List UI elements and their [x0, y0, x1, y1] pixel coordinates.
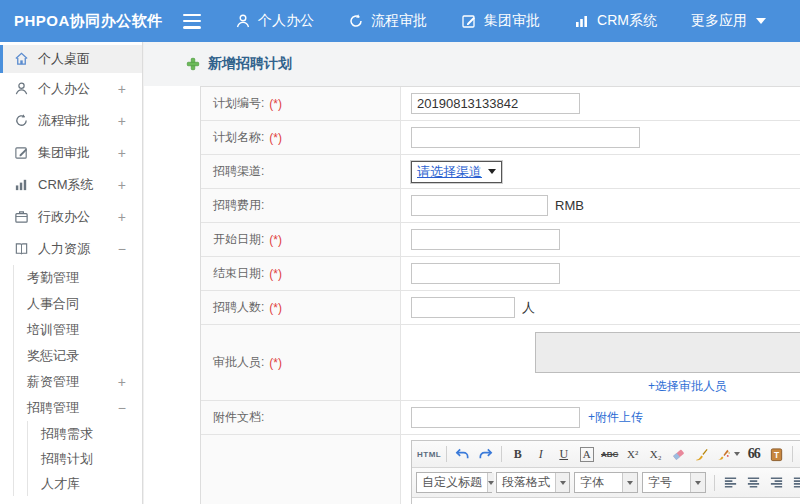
expand-icon[interactable]: +	[118, 81, 126, 97]
field-label: 计划名称: (*)	[201, 121, 401, 154]
sidebar-item-hr[interactable]: 人力资源 −	[0, 233, 142, 265]
sidebar-item-workflow-approval[interactable]: 流程审批 +	[0, 105, 142, 137]
expand-icon[interactable]: +	[118, 177, 126, 193]
field-label: 招聘人数: (*)	[201, 291, 401, 324]
auto-typeset-icon[interactable]	[714, 444, 741, 465]
field-label: 开始日期: (*)	[201, 223, 401, 256]
app-logo[interactable]: PHPOA协同办公软件	[0, 12, 169, 31]
font-family-select[interactable]: 字体	[574, 472, 638, 493]
align-left-icon[interactable]	[720, 472, 741, 493]
sidebar-item-reward-punish[interactable]: 奖惩记录	[14, 343, 142, 369]
plan-number-input[interactable]	[411, 93, 580, 114]
expand-icon[interactable]: +	[118, 113, 126, 129]
topnav-personal-office[interactable]: 个人办公	[235, 12, 314, 30]
sidebar-item-recruit-plan[interactable]: 招聘计划	[28, 446, 142, 471]
align-justify-icon[interactable]	[789, 472, 800, 493]
caret-down-icon	[555, 473, 569, 492]
format-painter-icon[interactable]	[691, 444, 712, 465]
attachment-upload-link[interactable]: +附件上传	[588, 409, 643, 426]
sidebar-item-attendance[interactable]: 考勤管理	[14, 265, 142, 291]
editor-content-area[interactable]	[412, 498, 800, 504]
label-text: 招聘人数:	[213, 299, 264, 316]
topnav-group-approval[interactable]: 集团审批	[461, 12, 540, 30]
user-icon	[14, 81, 30, 97]
sidebar-item-label: 行政办公	[38, 208, 90, 226]
sidebar-item-personal-office[interactable]: 个人办公 +	[0, 73, 142, 105]
align-right-icon[interactable]	[766, 472, 787, 493]
font-size-select[interactable]: 字号	[642, 472, 706, 493]
combo-value: 自定义标题	[417, 474, 487, 491]
hamburger-icon[interactable]	[183, 14, 201, 29]
field-value	[401, 87, 800, 120]
form-row: 开始日期: (*)	[201, 223, 800, 257]
field-value: 请选择渠道	[401, 155, 800, 188]
richtext-editor: HTML B I U A	[411, 440, 800, 504]
add-plus-icon	[186, 57, 200, 71]
plan-name-input[interactable]	[411, 127, 640, 148]
form-row: 附件文档: +附件上传	[201, 401, 800, 435]
recruit-plan-form: 计划编号: (*) 计划名称: (*) 招聘渠道:	[200, 86, 800, 504]
custom-title-select[interactable]: 自定义标题	[416, 472, 492, 493]
sidebar-item-recruit-mgmt[interactable]: 招聘管理 −	[14, 395, 142, 421]
headcount-input[interactable]	[411, 297, 515, 318]
underline-button[interactable]: U	[553, 444, 574, 465]
redo-icon[interactable]	[475, 444, 496, 465]
topnav-more-apps[interactable]: 更多应用	[691, 12, 766, 30]
sidebar-item-hr-contract[interactable]: 人事合同	[14, 291, 142, 317]
process-loop-icon	[348, 13, 364, 29]
field-label: 结束日期: (*)	[201, 257, 401, 290]
recruit-cost-input[interactable]	[411, 195, 548, 216]
undo-icon[interactable]	[452, 444, 473, 465]
field-value: +选择审批人员	[401, 325, 800, 400]
paragraph-format-select[interactable]: 段落格式	[496, 472, 570, 493]
font-border-button[interactable]: A	[580, 447, 594, 462]
blockquote-button[interactable]: 66	[743, 444, 764, 465]
unit-suffix: 人	[522, 299, 535, 317]
channel-select[interactable]: 请选择渠道	[411, 161, 502, 183]
field-value: 人	[401, 291, 800, 324]
sidebar-item-group-approval[interactable]: 集团审批 +	[0, 137, 142, 169]
superscript-button[interactable]: X²	[622, 444, 643, 465]
italic-button[interactable]: I	[530, 444, 551, 465]
sidebar-item-recruit-demand[interactable]: 招聘需求	[28, 421, 142, 446]
field-label	[201, 435, 401, 504]
sidebar: 个人桌面 个人办公 + 流程审批 + 集团审批 +	[0, 42, 143, 504]
field-value	[401, 223, 800, 256]
toolbar-divider	[792, 446, 793, 462]
sidebar-item-salary[interactable]: 薪资管理 +	[14, 369, 142, 395]
paste-icon[interactable]: T	[766, 444, 787, 465]
sidebar-item-talent-pool[interactable]: 人才库	[28, 471, 142, 496]
strikethrough-button[interactable]: ABC	[599, 444, 620, 465]
collapse-icon[interactable]: −	[118, 241, 126, 257]
bar-chart-icon	[14, 177, 30, 193]
required-marker: (*)	[269, 97, 282, 111]
align-center-icon[interactable]	[743, 472, 764, 493]
caret-down-icon	[488, 169, 496, 174]
collapse-icon[interactable]: −	[118, 400, 126, 416]
approvers-textarea[interactable]	[535, 332, 800, 373]
expand-icon[interactable]: +	[118, 145, 126, 161]
combo-value: 字体	[575, 474, 622, 491]
sidebar-item-admin-office[interactable]: 行政办公 +	[0, 201, 142, 233]
field-value: RMB	[401, 189, 800, 222]
eraser-icon[interactable]	[668, 444, 689, 465]
topnav-crm[interactable]: CRM系统	[574, 12, 657, 30]
expand-icon[interactable]: +	[118, 209, 126, 225]
expand-icon[interactable]: +	[118, 374, 126, 390]
sidebar-item-personal-desktop[interactable]: 个人桌面	[0, 45, 142, 73]
sidebar-item-training[interactable]: 培训管理	[14, 317, 142, 343]
subscript-button[interactable]: X₂	[645, 444, 666, 465]
sidebar-item-crm[interactable]: CRM系统 +	[0, 169, 142, 201]
topnav-workflow-approval[interactable]: 流程审批	[348, 12, 427, 30]
toolbar-divider	[714, 475, 715, 491]
sidebar-item-label: 人力资源	[38, 240, 90, 258]
attachment-input[interactable]	[411, 407, 580, 428]
label-text: 结束日期:	[213, 265, 264, 282]
main-content: 新增招聘计划 计划编号: (*) 计划名称: (*)	[144, 42, 800, 504]
choose-approvers-link[interactable]: +选择审批人员	[648, 378, 727, 395]
start-date-input[interactable]	[411, 229, 560, 250]
top-navigation: 个人办公 流程审批 集团审批 CRM系统 更多应用	[235, 12, 800, 30]
source-code-button[interactable]: HTML	[417, 444, 441, 465]
end-date-input[interactable]	[411, 263, 560, 284]
bold-button[interactable]: B	[507, 444, 528, 465]
